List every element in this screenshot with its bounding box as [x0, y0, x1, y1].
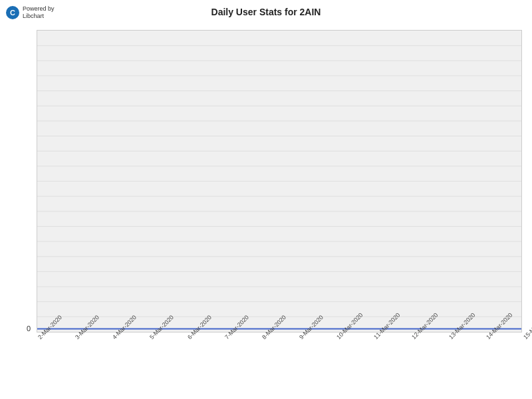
grid-lines — [37, 31, 521, 332]
chart-container — [37, 30, 522, 332]
chart-title: Daily User Stats for 2AIN — [0, 7, 532, 17]
y-axis-zero-label: 0 — [27, 325, 31, 332]
chart-plot — [37, 30, 522, 332]
x-axis-labels: 2-Mar-20203-Mar-20204-Mar-20205-Mar-2020… — [37, 336, 522, 396]
x-axis-label: 15-Mar-2020 — [522, 312, 532, 341]
